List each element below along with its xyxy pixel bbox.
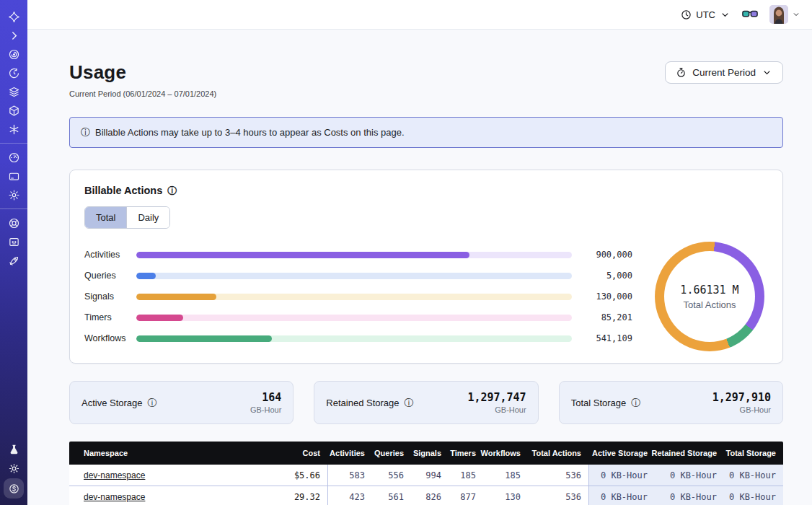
- glasses-button[interactable]: [742, 9, 758, 20]
- cell-activities: 583: [327, 465, 372, 486]
- storage-card-label: Retained Storage: [326, 398, 399, 408]
- bar-fill: [136, 335, 272, 342]
- bar-label: Timers: [84, 312, 136, 322]
- sidebar-divider: [0, 143, 27, 144]
- info-banner: ⓘ Billable Actions may take up to 3–4 ho…: [69, 117, 783, 148]
- cell-workflows: 130: [483, 486, 528, 505]
- total-storage-card: Total Storageⓘ1,297,910GB-Hour: [559, 381, 783, 424]
- info-icon[interactable]: ⓘ: [631, 398, 640, 408]
- sun-icon[interactable]: [4, 460, 23, 477]
- storage-card-unit: GB-Hour: [467, 405, 526, 414]
- page-title: Usage: [69, 61, 216, 84]
- donut-total-value: 1.66131 M: [680, 284, 738, 297]
- cell-cost: $5.66: [271, 465, 327, 486]
- gear-icon[interactable]: [4, 186, 23, 203]
- total-daily-tabs: TotalDaily: [84, 206, 170, 229]
- chevron-down-icon: [762, 67, 772, 78]
- active-storage-card: Active Storageⓘ164GB-Hour: [69, 381, 294, 424]
- schedules-icon[interactable]: [4, 64, 23, 82]
- bar-row-signals: Signals130,000: [84, 286, 632, 307]
- bar-label: Queries: [84, 271, 136, 281]
- info-icon[interactable]: ⓘ: [148, 398, 157, 408]
- cell-signals: 826: [411, 486, 449, 505]
- cell-timers: 185: [449, 465, 483, 486]
- temporal-logo-icon[interactable]: [4, 8, 23, 25]
- gauge-icon[interactable]: [4, 149, 23, 166]
- period-selector-button[interactable]: Current Period: [665, 61, 783, 84]
- page-subtitle: Current Period (06/01/2024 – 07/01/2024): [69, 89, 216, 98]
- cube-icon[interactable]: [4, 102, 23, 119]
- column-header-timers: Timers: [449, 442, 483, 465]
- donut-total-label: Total Actions: [684, 299, 736, 310]
- bar-fill: [136, 252, 469, 258]
- bar-track: [136, 335, 572, 342]
- cell-queries: 561: [372, 486, 411, 505]
- bar-track: [136, 315, 572, 321]
- bar-fill: [136, 315, 183, 321]
- bar-track: [136, 273, 572, 279]
- bar-fill: [136, 294, 216, 300]
- topbar: UTC: [27, 0, 812, 30]
- cell-namespace: dev-namespace: [69, 486, 271, 505]
- chevron-down-icon: [792, 10, 800, 19]
- storage-card-unit: GB-Hour: [712, 405, 771, 414]
- storage-summary-row: Active Storageⓘ164GB-HourRetained Storag…: [69, 381, 783, 424]
- asterisk-icon[interactable]: [4, 120, 23, 138]
- chevron-right-icon[interactable]: [4, 27, 23, 44]
- tab-daily[interactable]: Daily: [126, 207, 169, 228]
- flask-icon[interactable]: [4, 441, 23, 458]
- coin-dollar-icon[interactable]: [4, 478, 24, 499]
- column-header-signals: Signals: [411, 442, 449, 465]
- cell-retained-storage: 0 KB-Hour: [655, 465, 724, 486]
- timezone-label: UTC: [696, 9, 715, 20]
- table-row: dev-namespace$5.665835569941851855360 KB…: [69, 465, 783, 486]
- period-selector-label: Current Period: [692, 67, 756, 78]
- sidebar: [0, 0, 27, 505]
- lifebuoy-icon[interactable]: [4, 214, 23, 232]
- table-header-row: NamespaceCostActivitiesQueriesSignalsTim…: [69, 442, 783, 465]
- storage-card-value: 1,297,747: [467, 391, 526, 404]
- column-header-active-storage: Active Storage: [588, 442, 655, 465]
- bar-value: 130,000: [572, 291, 632, 302]
- cell-activities: 423: [327, 486, 372, 505]
- cell-signals: 994: [411, 465, 449, 486]
- bar-row-workflows: Workflows541,109: [84, 328, 632, 349]
- stopwatch-icon: [676, 67, 687, 78]
- column-header-cost: Cost: [271, 442, 327, 465]
- feedback-screen-icon[interactable]: [4, 233, 23, 250]
- storage-card-unit: GB-Hour: [250, 405, 281, 414]
- billing-card-icon[interactable]: [4, 167, 23, 185]
- info-icon[interactable]: ⓘ: [167, 186, 177, 196]
- column-header-workflows: Workflows: [483, 442, 528, 465]
- rocket-icon[interactable]: [4, 252, 23, 269]
- info-icon[interactable]: ⓘ: [405, 398, 414, 408]
- glasses-icon: [742, 9, 758, 20]
- namespaces-icon[interactable]: [4, 45, 23, 63]
- total-actions-donut-chart: 1.66131 M Total Actions: [655, 242, 764, 351]
- cell-workflows: 185: [483, 465, 528, 486]
- cell-total-actions: 536: [528, 465, 588, 486]
- tab-total[interactable]: Total: [85, 207, 126, 228]
- cell-timers: 877: [449, 486, 483, 505]
- cell-namespace: dev-namespace: [69, 465, 271, 486]
- bar-row-timers: Timers85,201: [84, 307, 632, 328]
- timezone-selector[interactable]: UTC: [681, 9, 731, 20]
- clock-icon: [681, 9, 692, 20]
- billable-actions-card: Billable Actions ⓘ TotalDaily Activities…: [69, 170, 783, 364]
- namespace-link[interactable]: dev-namespace: [84, 492, 145, 502]
- table-header: NamespaceCostActivitiesQueriesSignalsTim…: [69, 442, 783, 465]
- cell-total-storage: 0 KB-Hour: [724, 465, 783, 486]
- storage-card-value: 1,297,910: [712, 391, 771, 404]
- cell-active-storage: 0 KB-Hour: [588, 465, 655, 486]
- info-banner-text: Billable Actions may take up to 3–4 hour…: [95, 127, 405, 138]
- cell-total-actions: 536: [528, 486, 588, 505]
- cell-retained-storage: 0 KB-Hour: [655, 486, 724, 505]
- bar-value: 900,000: [572, 250, 632, 260]
- cell-total-storage: 0 KB-Hour: [724, 486, 783, 505]
- namespace-link[interactable]: dev-namespace: [84, 470, 145, 480]
- column-header-total-actions: Total Actions: [528, 442, 588, 465]
- table-body: dev-namespace$5.665835569941851855360 KB…: [69, 465, 783, 505]
- column-header-retained-storage: Retained Storage: [655, 442, 724, 465]
- user-menu[interactable]: [769, 5, 800, 24]
- layers-icon[interactable]: [4, 83, 23, 100]
